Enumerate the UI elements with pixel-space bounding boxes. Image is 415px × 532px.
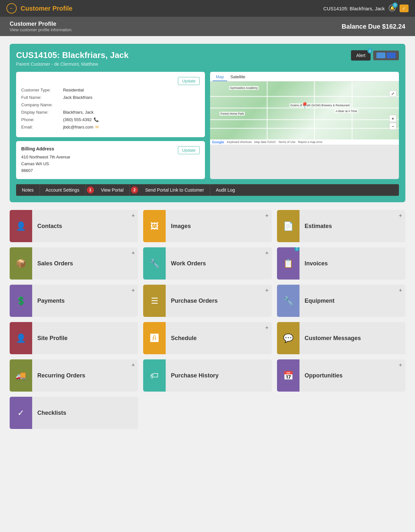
customer-details-box: Update Customer Type: Residential Full N… [16,72,205,137]
company-name-row: Company Name: [21,102,200,107]
tile-icon-area-estimates: 📄 [277,210,300,242]
account-settings-button[interactable]: Account Settings [40,184,85,196]
tile-icon-area-recurring-orders: 🚚 [10,359,32,392]
card-icon-1 [376,52,385,58]
tile-icon-area-work-orders: 🔧 [143,247,166,280]
map-zoom-out[interactable]: − [389,123,396,130]
tile-purchase-orders[interactable]: ☰ Purchase Orders + [143,285,272,317]
notification-icon[interactable]: 🔔 0 [389,5,396,13]
map-tab-satellite[interactable]: Satellite [227,73,248,81]
tile-plus-sales-orders[interactable]: + [132,250,135,257]
tile-icon-invoices: 📋 [283,259,293,269]
report-map-error[interactable]: Report a map error [298,140,322,144]
top-nav-left: ← Customer Profile [6,3,72,14]
sub-header: Customer Profile View customer profile i… [0,17,415,36]
customer-card: CUS14105: Blackfriars, Jack Parent Custo… [10,44,405,202]
alert-area: Alert 0 [351,50,399,61]
tile-icon-work-orders: 🔧 [149,259,160,269]
map-zoom-in[interactable]: + [389,115,396,122]
map-visual: Gymnastics Academy Grains of Wrath (GOW)… [210,81,399,139]
tile-estimates[interactable]: 📄 Estimates + [277,210,405,242]
billing-line3: 98607 [21,167,200,174]
map-expand-button[interactable]: ⤢ [389,90,396,97]
tile-icon-opportunities: 📅 [283,371,293,381]
tile-plus-estimates[interactable]: + [399,213,402,219]
tile-icon-area-sales-orders: 📦 [10,247,32,280]
alert-button[interactable]: Alert 0 [351,50,371,61]
email-label: Email: [21,125,63,129]
notes-button[interactable]: Notes [16,184,40,196]
tile-icon-area-checklists: ✓ [10,397,32,429]
email-icon: ✉ [95,125,99,129]
separator-3 [129,184,130,196]
app-title: Customer Profile [21,5,72,12]
customer-info-grid: Update Customer Type: Residential Full N… [16,72,399,179]
billing-address: 410 Northwest 7th Avenue Camas WA US 986… [21,154,200,174]
phone-value: (360) 555-4392 [63,117,92,122]
update-details-button[interactable]: Update [178,77,200,85]
tile-equipment[interactable]: 🔧 Equipment + [277,285,405,317]
tile-icon-schedule: 🅰 [150,333,159,343]
tile-recurring-orders[interactable]: 🚚 Recurring Orders + [10,359,138,392]
tile-label-payments: Payments [32,285,70,317]
tile-label-purchase-history: Purchase History [166,359,224,392]
tile-plus-payments[interactable]: + [132,287,135,294]
map-label-grains: Grains of Wrath (GOW) Brewery & Restaura… [290,103,351,107]
tile-contacts[interactable]: 👤 Contacts + [10,210,138,242]
billing-title: Billing Address [21,146,200,151]
tile-label-sales-orders: Sales Orders [32,247,78,280]
back-button[interactable]: ← [6,3,17,14]
tile-checklists[interactable]: ✓ Checklists [10,397,138,429]
tile-plus-work-orders[interactable]: + [265,250,269,257]
phone-label: Phone: [21,117,63,122]
tile-label-estimates: Estimates [300,210,337,242]
tile-schedule[interactable]: 🅰 Schedule + [143,322,272,354]
tile-invoices[interactable]: 1 📋 Invoices [277,247,405,280]
notification-badge: 0 [392,3,398,8]
audit-log-button[interactable]: Audit Log [210,184,241,196]
customer-full-title: CUS14105: Blackfriars, Jack [16,50,129,60]
tile-customer-messages[interactable]: 💬 Customer Messages [277,322,405,354]
map-label-gymnastics: Gymnastics Academy [229,86,259,90]
tile-icon-sales-orders: 📦 [16,259,26,269]
tile-label-purchase-orders: Purchase Orders [166,285,223,317]
google-logo: Google [212,140,224,144]
display-name-row: Display Name: Blackfriars, Jack [21,110,200,115]
tile-icon-area-contacts: 👤 [10,210,32,242]
tile-plus-schedule[interactable]: + [265,325,269,331]
main-content: CUS14105: Blackfriars, Jack Parent Custo… [0,36,415,437]
terms-of-use[interactable]: Terms of Use [278,140,295,144]
tile-sales-orders[interactable]: 📦 Sales Orders + [10,247,138,280]
tile-icon-area-purchase-orders: ☰ [143,285,166,317]
tile-icon-area-schedule: 🅰 [143,322,166,354]
tile-plus-contacts[interactable]: + [132,213,135,219]
send-portal-link-button[interactable]: Send Portal Link to Customer [139,184,210,196]
tile-site-profile[interactable]: 👤 Site Profile [10,322,138,354]
update-billing-button[interactable]: Update [178,146,200,154]
tile-payments[interactable]: 💲 Payments + [10,285,138,317]
tile-icon-area-images: 🖼 [143,210,166,242]
tile-images[interactable]: 🖼 Images + [143,210,272,242]
phone-row: Phone: (360) 555-4392 📞 [21,117,200,122]
tile-opportunities[interactable]: 📅 Opportunities + [277,359,405,392]
tile-plus-equipment[interactable]: + [399,287,402,294]
customer-parent: Parent Customer - de Clermont, Matthew [16,62,129,67]
tile-purchase-history[interactable]: 🏷 Purchase History [143,359,272,392]
map-tab-map[interactable]: Map [213,73,227,81]
tile-plus-opportunities[interactable]: + [399,362,402,369]
view-portal-button[interactable]: View Portal [95,184,130,196]
tile-icon-recurring-orders: 🚚 [16,371,26,381]
company-name-label: Company Name: [21,102,63,107]
tile-label-site-profile: Site Profile [32,322,73,354]
tile-plus-recurring-orders[interactable]: + [132,362,135,369]
billing-line1: 410 Northwest 7th Avenue [21,154,200,161]
alert-badge: 0 [367,48,373,53]
map-box: Map Satellite Gymnastics Academy Grains … [210,72,399,179]
tile-plus-purchase-orders[interactable]: + [265,287,269,294]
tile-icon-customer-messages: 💬 [283,333,293,343]
keyboard-shortcuts[interactable]: Keyboard shortcuts [227,140,252,144]
tile-icon-area-equipment: 🔧 [277,285,300,317]
tile-label-equipment: Equipment [300,285,340,317]
tile-plus-images[interactable]: + [265,213,269,219]
tile-work-orders[interactable]: 🔧 Work Orders + [143,247,272,280]
